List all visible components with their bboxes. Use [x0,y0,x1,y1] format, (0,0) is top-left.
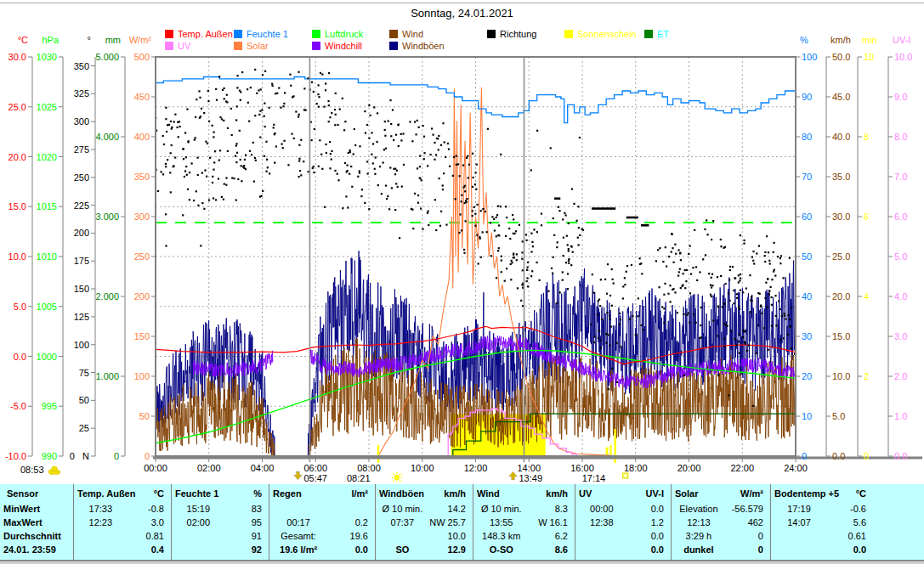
stats-cell-info: 3:29 h [672,529,726,543]
svg-text:30: 30 [802,331,812,341]
stats-cell-temp-au-en-maxwert: 12:233.0 [74,516,171,529]
svg-text:24:00: 24:00 [784,463,808,473]
stats-cell-bodentemp-5-maxwert: 14:075.6 [771,516,873,529]
svg-text:50: 50 [802,251,812,262]
stats-cell-info [74,529,128,543]
svg-text:5.000: 5.000 [95,52,119,62]
stats-col-wind: Windkm/hØ 10 min.8.313:55W 16.1148.3 km6… [473,484,575,560]
svg-text:5.0: 5.0 [14,302,26,312]
svg-text:300: 300 [134,212,150,222]
stats-row-label: 24.01. 23:59 [0,543,73,556]
stats-header-name: Regen [269,487,302,502]
stats-header-unit: l/m² [351,487,375,502]
svg-text:990: 990 [42,451,57,461]
stats-cell-value: 14.2 [429,502,473,516]
stats-cell-info: 17:19 [771,502,827,516]
stats-cell-temp-au-en-24-01-23-59: 0.4 [74,543,171,556]
svg-text:200: 200 [74,228,89,238]
svg-text:35.0: 35.0 [832,172,850,182]
stats-cell-wind-maxwert: 13:55W 16.1 [473,516,575,529]
stats-header-feuchte-1: Feuchte 1% [172,487,269,502]
stats-cell-value: 0 [726,543,770,556]
stats-cell-info [172,529,225,543]
svg-text:0.0: 0.0 [832,451,845,461]
svg-text:1.0: 1.0 [894,411,907,421]
stats-cell-info [269,502,327,516]
stats-header-name: UV [575,487,592,502]
stats-col-uv: UVUV-I00:000.012:381.20.00.0 [575,484,672,560]
svg-text:02:00: 02:00 [197,463,221,473]
stats-cell-value: 462 [726,516,770,529]
svg-text:250: 250 [134,251,150,262]
svg-text:150: 150 [134,331,150,341]
stats-cell-value: 0.61 [827,529,873,543]
stats-cell-temp-au-en-durchschnitt: 0.81 [74,529,171,543]
stats-col-solar: SolarW/m²Elevation-56.57912:134623:29 h0… [672,484,771,560]
stats-cell-value: 0.0 [327,543,375,556]
stats-cell-uv-24-01-23-59: 0.0 [575,543,671,556]
stats-cell-value: 8.6 [529,543,575,556]
stats-cell-value: -0.8 [128,502,171,516]
svg-text:04:00: 04:00 [251,463,275,473]
svg-text:14:00: 14:00 [517,463,541,473]
stats-cell-info: 148.3 km [473,529,529,543]
stats-col-sensor: SensorMinWertMaxWertDurchschnitt24.01. 2… [0,484,74,560]
stats-cell-bodentemp-5-minwert: 17:19-0.6 [771,502,873,516]
stats-cell-info: O-SO [473,543,529,556]
stats-cell-info: dunkel [672,543,726,556]
sunrise-time: 08:21 [347,473,371,482]
svg-text:5.0: 5.0 [832,411,845,421]
svg-text:9.0: 9.0 [894,92,907,102]
stats-cell-feuchte-1-24-01-23-59: 92 [172,543,269,556]
svg-text:1010: 1010 [37,251,57,262]
svg-text:125: 125 [74,312,89,322]
stats-header-unit: km/h [546,487,575,502]
stats-cell-windb-en-maxwert: 07:37NW 25.7 [376,516,473,529]
svg-text:30.0: 30.0 [9,52,26,62]
stats-cell-info: Elevation [672,502,726,516]
svg-text:00:00: 00:00 [144,463,167,473]
stats-cell-info [172,543,225,556]
svg-text:8: 8 [864,132,869,142]
stats-cell-info [74,543,128,556]
stats-corner-label: Sensor [3,487,38,502]
stats-cell-regen-durchschnitt: Gesamt:19.6 [269,529,375,543]
stats-cell-value: 0.0 [628,543,671,556]
svg-text:995: 995 [42,401,57,411]
svg-text:30.0: 30.0 [832,212,850,222]
stats-cell-value: 6.2 [529,529,575,543]
stats-cell-value: 0.0 [628,502,671,516]
stats-cell-value: 92 [225,543,269,556]
svg-text:0.0: 0.0 [14,352,26,362]
moonset-time: 05:47 [303,473,327,482]
stats-cell-value: W 16.1 [529,516,575,529]
stats-cell-info: 13:55 [473,516,529,529]
stats-cell-feuchte-1-durchschnitt: 91 [172,529,269,543]
stats-header-unit: °C [856,487,873,502]
stats-cell-solar-maxwert: 12:13462 [672,516,770,529]
stats-cell-value: 5.6 [827,516,873,529]
svg-text:0: 0 [145,451,150,461]
stats-cell-info: Ø 10 min. [376,502,429,516]
svg-text:22:00: 22:00 [730,463,754,473]
svg-text:6.0: 6.0 [894,212,907,222]
axis-unit-dir: ° [88,35,91,45]
stats-header-windb-en: Windböenkm/h [376,487,473,502]
svg-text:50.0: 50.0 [832,52,850,62]
stats-cell-value: 0.4 [128,543,171,556]
stats-header-solar: SolarW/m² [672,487,770,502]
svg-text:10: 10 [802,411,812,421]
stats-cell-value: 12.9 [429,543,473,556]
axis-unit-temp: °C [18,35,28,45]
stats-cell-uv-durchschnitt: 0.0 [575,529,671,543]
stats-header-name: Feuchte 1 [172,487,218,502]
stats-cell-value: 0.0 [628,529,671,543]
svg-text:10: 10 [864,52,874,62]
stats-cell-wind-minwert: Ø 10 min.8.3 [473,502,575,516]
svg-text:8.0: 8.0 [894,132,907,142]
stats-cell-wind-durchschnitt: 148.3 km6.2 [473,529,575,543]
bottom-strip [0,561,924,564]
stats-header-unit: km/h [444,487,473,502]
sunrise-icon [392,472,403,482]
stats-col-bodentemp-5: Bodentemp +5°C17:19-0.614:075.60.610.0 [771,484,924,560]
